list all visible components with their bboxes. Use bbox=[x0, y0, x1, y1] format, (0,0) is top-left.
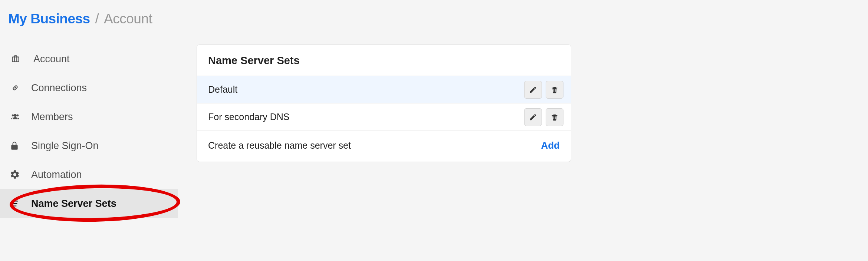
list-item[interactable]: For secondary DNS bbox=[197, 103, 571, 131]
main-content: Name Server Sets Default bbox=[178, 44, 868, 162]
card-title: Name Server Sets bbox=[197, 45, 571, 76]
edit-button[interactable] bbox=[524, 81, 542, 99]
edit-button[interactable] bbox=[524, 108, 542, 126]
briefcase-icon bbox=[10, 54, 31, 64]
sidebar-item-label: Members bbox=[31, 111, 178, 123]
lock-icon bbox=[10, 141, 31, 151]
sidebar-item-automation[interactable]: Automation bbox=[10, 160, 178, 189]
breadcrumb-separator: / bbox=[95, 11, 99, 26]
list-icon bbox=[10, 199, 31, 208]
name-server-sets-card: Name Server Sets Default bbox=[197, 44, 571, 162]
list-item[interactable]: Default bbox=[197, 76, 571, 103]
footer-description: Create a reusable name server set bbox=[208, 140, 541, 151]
pencil-icon bbox=[529, 113, 537, 121]
users-icon bbox=[10, 112, 31, 122]
sidebar-item-members[interactable]: Members bbox=[10, 102, 178, 131]
sidebar-item-label: Account bbox=[31, 53, 178, 65]
gear-icon bbox=[10, 169, 31, 180]
sidebar-item-label: Connections bbox=[31, 82, 178, 94]
breadcrumb-root-link[interactable]: My Business bbox=[8, 11, 90, 26]
pencil-icon bbox=[529, 86, 537, 94]
link-icon bbox=[10, 83, 31, 93]
delete-button[interactable] bbox=[546, 81, 563, 99]
trash-icon bbox=[550, 86, 559, 94]
sidebar-item-name-server-sets[interactable]: Name Server Sets bbox=[0, 189, 178, 218]
sidebar-item-connections[interactable]: Connections bbox=[10, 73, 178, 102]
trash-icon bbox=[550, 113, 559, 121]
breadcrumb: My Business / Account bbox=[0, 0, 868, 27]
row-actions bbox=[524, 108, 563, 126]
list-item-label: For secondary DNS bbox=[208, 112, 524, 122]
sidebar: Account Connections Members bbox=[0, 44, 178, 218]
sidebar-item-label: Name Server Sets bbox=[31, 198, 178, 209]
sidebar-item-account[interactable]: Account bbox=[10, 44, 178, 73]
breadcrumb-current: Account bbox=[104, 11, 152, 26]
row-actions bbox=[524, 81, 563, 99]
add-button[interactable]: Add bbox=[541, 140, 560, 151]
sidebar-item-label: Single Sign-On bbox=[31, 140, 178, 152]
list-item-label: Default bbox=[208, 84, 524, 95]
delete-button[interactable] bbox=[546, 108, 563, 126]
sidebar-item-label: Automation bbox=[31, 169, 178, 181]
sidebar-item-sso[interactable]: Single Sign-On bbox=[10, 131, 178, 160]
card-footer: Create a reusable name server set Add bbox=[197, 131, 571, 162]
